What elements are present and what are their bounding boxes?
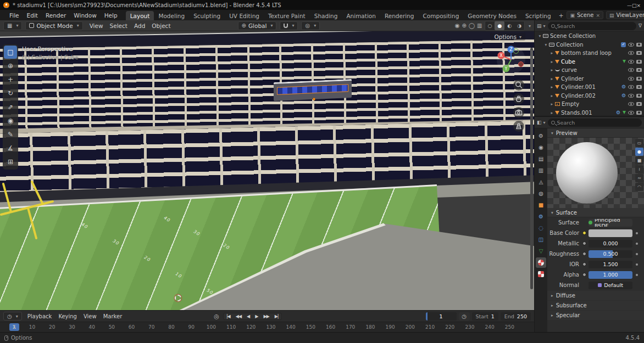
visibility-icon[interactable]: ◉: [455, 23, 460, 29]
outliner-row[interactable]: ▾Scene Collection: [535, 32, 644, 41]
preview-flat-button[interactable]: ▭: [635, 139, 643, 147]
workspace-tab-sculpting[interactable]: Sculpting: [189, 11, 225, 20]
expand-icon[interactable]: ▸: [549, 76, 555, 81]
expand-icon[interactable]: ▸: [549, 68, 555, 72]
expand-icon[interactable]: ▸: [549, 85, 555, 89]
outliner-row[interactable]: ▸Cylinder: [535, 75, 644, 83]
workspace-tab-uv-editing[interactable]: UV Editing: [225, 11, 264, 20]
menu-edit[interactable]: Edit: [23, 11, 42, 20]
viewport-scrollbar[interactable]: [530, 48, 533, 289]
minimize-button[interactable]: —: [627, 3, 632, 8]
expand-icon[interactable]: ▸: [549, 50, 555, 55]
workspace-tab-animation[interactable]: Animation: [342, 11, 380, 20]
animate-dot[interactable]: [636, 253, 638, 255]
tool-move[interactable]: +: [4, 73, 17, 86]
current-frame-field[interactable]: 1: [426, 312, 457, 320]
preview-cube-button[interactable]: ■: [635, 156, 643, 165]
properties-tab-render[interactable]: ◉: [536, 142, 546, 153]
hide-viewport-icon[interactable]: [628, 85, 634, 89]
show-gizmos-icon[interactable]: ⊕: [462, 23, 467, 29]
hide-viewport-icon[interactable]: [628, 77, 634, 81]
field-roughness-slider[interactable]: 0.500: [589, 250, 632, 258]
viewport-menu-select[interactable]: Select: [107, 22, 131, 30]
preview-hair-button[interactable]: ≀: [635, 165, 643, 173]
navigation-gizmo[interactable]: Z X Y: [496, 44, 526, 75]
properties-tab-modifiers[interactable]: ⚙: [536, 211, 546, 222]
properties-tab-material[interactable]: [536, 257, 546, 268]
play-button[interactable]: ▶: [252, 313, 260, 319]
add-workspace-button[interactable]: +: [556, 11, 567, 20]
outliner-row[interactable]: ▸Stands.001⚙: [535, 109, 644, 117]
workspace-tab-modeling[interactable]: Modeling: [154, 11, 189, 20]
properties-tab-physics[interactable]: ◌: [536, 223, 546, 233]
hide-viewport-icon[interactable]: [628, 51, 634, 55]
scene-selector[interactable]: ▣ Scene ×: [567, 11, 603, 19]
mode-dropdown[interactable]: Object Mode: [25, 21, 82, 30]
properties-tab-scene[interactable]: ◬: [536, 177, 546, 187]
properties-editor-icon[interactable]: ◧: [537, 120, 546, 125]
jump-to-end-button[interactable]: ▶|: [272, 313, 281, 319]
collection-checkbox[interactable]: ✓: [621, 42, 626, 47]
field-alpha-slider[interactable]: 1.000: [589, 271, 632, 279]
disable-render-icon[interactable]: [636, 43, 642, 47]
hide-viewport-icon[interactable]: [628, 60, 634, 64]
disable-render-icon[interactable]: [636, 51, 642, 55]
play-reverse-button[interactable]: ◀: [244, 313, 252, 319]
timeline-menu-keying[interactable]: Keying: [55, 313, 80, 320]
properties-tab-world[interactable]: ◍: [536, 188, 546, 199]
viewport-menu-object[interactable]: Object: [148, 22, 174, 30]
workspace-tab-compositing[interactable]: Compositing: [419, 11, 464, 20]
surface-panel-header[interactable]: ▾ Surface: [547, 208, 644, 217]
hide-viewport-icon[interactable]: [628, 111, 634, 115]
disable-render-icon[interactable]: [636, 60, 642, 64]
tool-measure[interactable]: ∡: [4, 142, 17, 155]
properties-tab-output[interactable]: ▤: [536, 154, 546, 164]
show-overlays-icon[interactable]: ◯: [469, 23, 475, 29]
preview-panel-header[interactable]: ▾ Preview: [547, 128, 644, 138]
workspace-tab-geometry-nodes[interactable]: Geometry Nodes: [463, 11, 521, 20]
tool-transform[interactable]: ◉: [4, 114, 17, 127]
shading-rendered-button[interactable]: ◑: [514, 21, 524, 30]
workspace-tab-shading[interactable]: Shading: [310, 11, 342, 20]
timeline-ruler[interactable]: 1 11020304050607080901001101201301401501…: [0, 322, 534, 332]
menu-file[interactable]: File: [5, 11, 23, 20]
workspace-tab-texture-paint[interactable]: Texture Paint: [264, 11, 310, 20]
frame-start-field[interactable]: Start 1: [472, 312, 498, 320]
properties-search-input[interactable]: Search: [548, 119, 642, 127]
timeline-menu-marker[interactable]: Marker: [100, 313, 126, 320]
auto-keying-toggle[interactable]: ◎: [212, 313, 221, 320]
panel-specular[interactable]: ▸Specular: [547, 311, 644, 320]
tool-box-select[interactable]: □: [4, 46, 17, 59]
panel-diffuse[interactable]: ▸Diffuse: [547, 291, 644, 300]
viewport-menu-view[interactable]: View: [86, 22, 107, 30]
perspective-toggle-button[interactable]: [513, 121, 524, 132]
jump-to-start-button[interactable]: |◀: [224, 313, 233, 319]
shading-dropdown[interactable]: [527, 23, 531, 29]
hide-viewport-icon[interactable]: [628, 68, 634, 72]
filter-icon[interactable]: ∇: [639, 23, 642, 29]
field-metallic-slider[interactable]: 0.000: [589, 240, 632, 248]
disable-render-icon[interactable]: [636, 111, 642, 115]
field-ior-slider[interactable]: 1.500: [589, 261, 632, 268]
use-preview-range-toggle[interactable]: ◷: [459, 312, 470, 320]
tool-cursor[interactable]: ⊕: [4, 59, 17, 72]
expand-icon[interactable]: ▾: [537, 33, 543, 38]
field-base-color-swatch[interactable]: [589, 229, 632, 237]
outliner-row[interactable]: ▾Collection✓: [535, 41, 644, 49]
editor-type-button[interactable]: ▦: [3, 21, 22, 30]
disable-render-icon[interactable]: [636, 68, 642, 72]
outliner-search-input[interactable]: Search: [548, 22, 636, 30]
transform-orientation-dropdown[interactable]: ⊕ Global: [238, 21, 277, 30]
shading-wireframe-button[interactable]: ○: [485, 21, 495, 30]
pan-button[interactable]: [513, 93, 524, 104]
outliner-row[interactable]: ▸Cube: [535, 58, 644, 66]
animate-dot[interactable]: [636, 263, 638, 266]
outliner-row[interactable]: ▸Cylinder.001⚙: [535, 83, 644, 92]
hide-viewport-icon[interactable]: [628, 102, 634, 106]
expand-icon[interactable]: ▸: [549, 102, 555, 106]
outliner-row[interactable]: ▸Cylinder.002⚙: [535, 92, 644, 100]
camera-view-button[interactable]: [513, 107, 524, 118]
animate-dot[interactable]: [636, 243, 638, 245]
animate-dot[interactable]: [636, 232, 638, 234]
proportional-editing-dropdown[interactable]: ◎: [301, 21, 320, 30]
